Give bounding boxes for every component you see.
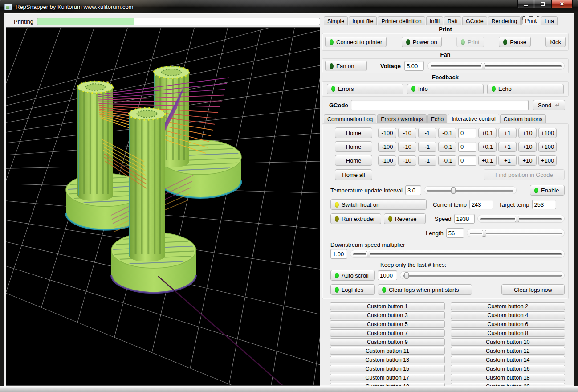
jog-z-minus-100-button[interactable]: -100 [378,155,396,166]
gcode-input[interactable] [351,100,529,110]
tab-raft[interactable]: Raft [444,16,461,25]
custom-button-18-button[interactable]: Custom button 18 [451,374,566,381]
current-temp-field[interactable] [469,200,493,209]
connect-to-printer-button[interactable]: Connect to printer [325,37,387,47]
close-button[interactable]: ✕ [551,0,573,8]
jog-z-plus-1-button[interactable]: +1 [498,155,517,166]
custom-button-11-button[interactable]: Custom button 11 [330,347,445,355]
tab-input-file[interactable]: Input file [349,16,377,25]
3d-viewport[interactable] [6,27,320,386]
custom-button-9-button[interactable]: Custom button 9 [330,338,445,346]
feedback-echo-button[interactable]: Echo [487,84,564,94]
log-tab-errors-warnings[interactable]: Errors / warnings [377,114,426,123]
reverse-button[interactable]: Reverse [384,213,426,224]
home-x-button[interactable]: Home [335,127,372,138]
jog-y-plus-0-1-button[interactable]: +0.1 [478,142,497,152]
custom-button-13-button[interactable]: Custom button 13 [330,356,445,363]
home-all-button[interactable]: Home all [335,169,372,180]
log-tab-echo[interactable]: Echo [427,114,448,123]
jog-z-plus-0-1-button[interactable]: +0.1 [478,155,497,166]
kick-button[interactable]: Kick [545,37,566,47]
jog-z-minus-1-button[interactable]: -1 [418,155,436,166]
jog-y-plus-100-button[interactable]: +100 [538,142,557,152]
custom-button-17-button[interactable]: Custom button 17 [330,374,445,381]
jog-x-plus-10-button[interactable]: +10 [518,128,537,138]
temp-interval-slider[interactable] [424,186,517,194]
custom-button-4-button[interactable]: Custom button 4 [451,311,566,319]
home-y-button[interactable]: Home [335,141,372,152]
keep-lines-slider[interactable] [400,271,565,279]
fan-on-button[interactable]: Fan on [325,61,367,71]
switch-heat-button[interactable]: Switch heat on [330,199,427,210]
custom-button-1-button[interactable]: Custom button 1 [330,302,445,310]
jog-x-plus-1-button[interactable]: +1 [498,128,517,138]
send-button[interactable]: Send↵ [533,100,565,110]
custom-button-16-button[interactable]: Custom button 16 [451,365,566,372]
tab-simple[interactable]: Simple [324,16,348,25]
feedback-errors-button[interactable]: Errors [327,84,403,94]
clear-logs-on-start-button[interactable]: Clear logs when print starts [378,284,472,295]
jog-x-minus-0-1-button[interactable]: -0.1 [438,128,456,138]
custom-button-14-button[interactable]: Custom button 14 [451,356,566,363]
pause-button[interactable]: Pause [499,37,531,47]
custom-button-8-button[interactable]: Custom button 8 [451,329,566,337]
voltage-field[interactable] [404,61,424,71]
jog-y-minus-10-button[interactable]: -10 [398,142,416,152]
jog-z-plus-10-button[interactable]: +10 [518,155,537,166]
tab-lua[interactable]: Lua [541,16,558,25]
tab-infill[interactable]: Infill [426,16,443,25]
log-tab-custom-buttons[interactable]: Custom buttons [500,114,546,123]
jog-x-plus-0-1-button[interactable]: +0.1 [478,128,497,138]
temp-enable-button[interactable]: Enable [530,185,565,196]
jog-x-value-field[interactable] [458,128,476,138]
custom-button-2-button[interactable]: Custom button 2 [451,302,566,310]
jog-x-minus-1-button[interactable]: -1 [418,128,436,138]
jog-x-minus-10-button[interactable]: -10 [398,128,416,138]
custom-button-3-button[interactable]: Custom button 3 [330,311,445,319]
titlebar[interactable]: RepSnapper by Kulitorum www.kulitorum.co… [0,0,578,13]
custom-button-5-button[interactable]: Custom button 5 [330,320,445,328]
jog-z-plus-100-button[interactable]: +100 [538,155,557,166]
feedback-info-button[interactable]: Info [407,84,484,94]
logfiles-button[interactable]: LogFiles [330,284,375,295]
tab-gcode[interactable]: GCode [462,16,487,25]
target-temp-field[interactable] [532,200,556,209]
custom-button-6-button[interactable]: Custom button 6 [451,320,566,328]
maximize-button[interactable] [534,0,551,8]
custom-button-10-button[interactable]: Custom button 10 [451,338,566,346]
auto-scroll-button[interactable]: Auto scroll [330,270,375,281]
jog-x-plus-100-button[interactable]: +100 [538,128,557,138]
downstream-field[interactable] [330,249,347,259]
speed-field[interactable] [454,214,475,224]
log-tab-communation-log[interactable]: Communation Log [324,114,376,123]
tab-print[interactable]: Print [521,16,540,25]
keep-lines-field[interactable] [378,270,397,280]
jog-y-plus-1-button[interactable]: +1 [498,142,517,152]
jog-y-plus-10-button[interactable]: +10 [518,142,537,152]
jog-z-minus-0-1-button[interactable]: -0.1 [438,155,456,166]
minimize-button[interactable] [517,0,534,8]
jog-y-value-field[interactable] [458,142,476,152]
jog-y-minus-100-button[interactable]: -100 [378,142,396,152]
log-tab-interactive-control[interactable]: Interactive control [448,114,499,123]
tab-rendering[interactable]: Rendering [488,16,521,25]
home-z-button[interactable]: Home [335,155,372,166]
speed-slider[interactable] [477,215,565,223]
custom-button-7-button[interactable]: Custom button 7 [330,329,445,337]
tab-printer-definition[interactable]: Printer definition [378,16,425,25]
jog-z-minus-10-button[interactable]: -10 [398,155,416,166]
temp-interval-field[interactable] [405,185,421,195]
jog-y-minus-0-1-button[interactable]: -0.1 [438,142,456,152]
length-field[interactable] [446,228,464,238]
downstream-slider[interactable] [350,250,565,258]
custom-button-12-button[interactable]: Custom button 12 [451,347,566,355]
clear-logs-now-button[interactable]: Clear logs now [501,284,565,295]
length-slider[interactable] [467,229,565,237]
custom-button-15-button[interactable]: Custom button 15 [330,365,445,372]
jog-x-minus-100-button[interactable]: -100 [378,128,396,138]
voltage-slider[interactable] [427,62,565,70]
jog-z-value-field[interactable] [458,155,476,166]
run-extruder-button[interactable]: Run extruder [330,213,381,224]
jog-y-minus-1-button[interactable]: -1 [418,142,436,152]
power-on-button[interactable]: Power on [402,37,442,47]
